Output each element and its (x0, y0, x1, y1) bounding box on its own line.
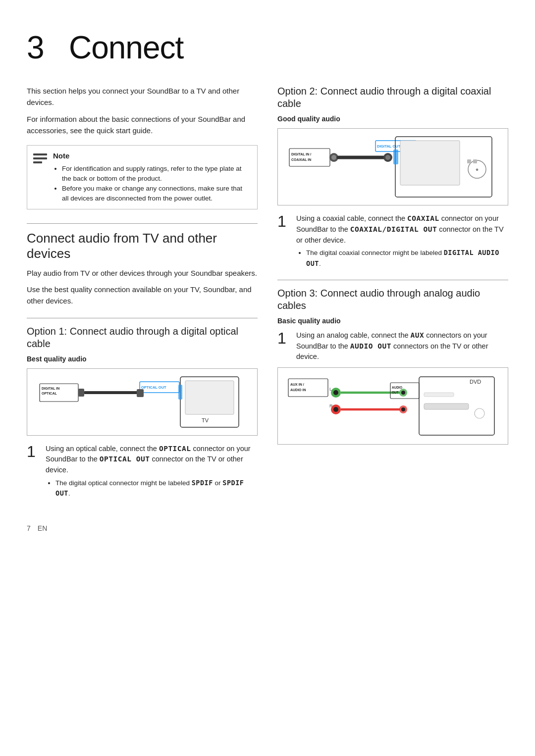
svg-rect-6 (78, 389, 84, 397)
svg-point-54 (475, 408, 484, 418)
section-main-title: Connect audio from TV and other devices (27, 231, 258, 261)
left-column: This section helps you connect your Soun… (27, 85, 258, 504)
option1-step1: 1 Using an optical cable, connect the OP… (27, 444, 258, 499)
svg-rect-13 (185, 381, 234, 414)
svg-rect-32 (288, 379, 328, 397)
option2-step-text: Using a coaxial cable, connect the COAXI… (296, 213, 508, 269)
option3-step1: 1 Using an analog cable, connect the AUX… (277, 330, 508, 362)
opt1-bold2: OPTICAL OUT (100, 455, 150, 463)
option2-step1: 1 Using a coaxial cable, connect the COA… (277, 213, 508, 269)
divider-option1 (27, 318, 258, 318)
opt1-sub-text: The digital optical connector might be l… (55, 479, 192, 487)
note-item-2: Before you make or change any connection… (62, 184, 250, 204)
svg-rect-15 (289, 149, 330, 166)
svg-text:DIGITAL IN /: DIGITAL IN / (291, 152, 311, 156)
option3-title: Option 3: Connect audio through analog a… (277, 287, 508, 312)
opt1-sub-or: or (213, 479, 223, 487)
option1-step-text: Using an optical cable, connect the OPTI… (46, 444, 258, 499)
svg-text:AUDIO: AUDIO (392, 386, 402, 389)
option2-title: Option 2: Connect audio through a digita… (277, 85, 508, 110)
svg-rect-1 (33, 157, 47, 159)
chapter-title: 3 Connect (27, 24, 508, 71)
option2-diagram: DIGITAL IN / COAXIAL IN DIGITAL OUT (277, 128, 508, 205)
opt2-text1: Using a coaxial cable, connect the (296, 214, 407, 222)
intro-para2: For information about the basic connecti… (27, 113, 258, 137)
svg-text:DIGITAL OUT: DIGITAL OUT (377, 144, 401, 149)
option2-step-num: 1 (277, 213, 291, 229)
opt1-text1: Using an optical cable, connect the (46, 445, 159, 453)
svg-rect-14 (178, 385, 182, 400)
option1-step-num: 1 (27, 444, 41, 459)
option1-diagram: DIGITAL IN OPTICAL OPTICAL OUT TV (27, 368, 258, 436)
opt3-text1: Using an analog cable, connect the (296, 331, 411, 339)
option3-step-text: Using an analog cable, connect the AUX c… (296, 330, 508, 362)
opt2-sub-text: The digital coaxial connector might be l… (306, 249, 444, 256)
svg-rect-26 (400, 141, 460, 185)
opt1-sub-bold1: SPDIF (192, 479, 213, 487)
svg-rect-0 (33, 153, 47, 155)
svg-rect-53 (424, 393, 454, 397)
option3-diagram: AUX IN / AUDIO IN L R AUDIO OUT (277, 367, 508, 445)
footer-page-num: 7 (27, 523, 31, 534)
opt1-sub-end: . (68, 490, 70, 497)
note-list: For identification and supply ratings, r… (62, 164, 250, 204)
note-icon (32, 151, 48, 169)
svg-rect-31 (473, 159, 477, 163)
divider-main (27, 223, 258, 224)
svg-text:DIGITAL IN: DIGITAL IN (42, 387, 59, 390)
note-label: Note (53, 151, 250, 162)
svg-text:DVD: DVD (470, 379, 481, 385)
opt1-bold1: OPTICAL (159, 445, 191, 453)
section-main-para1: Play audio from TV or other devices thro… (27, 267, 258, 279)
option3-step-num: 1 (277, 330, 291, 346)
opt1-sub-list: The digital optical connector might be l… (55, 478, 258, 499)
intro-para1: This section helps you connect your Soun… (27, 85, 258, 108)
svg-point-40 (333, 407, 338, 412)
right-column: Option 2: Connect audio through a digita… (277, 85, 508, 453)
svg-rect-10 (137, 389, 144, 397)
svg-text:AUDIO IN: AUDIO IN (290, 388, 306, 392)
svg-point-37 (333, 390, 338, 395)
divider-option3 (277, 280, 508, 280)
page-footer: 7 EN (27, 523, 508, 534)
note-content: Note For identification and supply ratin… (53, 151, 250, 204)
svg-text:TV: TV (202, 417, 209, 423)
option1-quality: Best quality audio (27, 354, 258, 364)
opt1-sub-item1: The digital optical connector might be l… (55, 478, 258, 499)
svg-text:OUT: OUT (392, 391, 399, 394)
svg-text:OPTICAL: OPTICAL (42, 392, 57, 395)
chapter-number: 3 (27, 30, 44, 65)
opt3-bold2: AUDIO OUT (350, 342, 391, 350)
opt3-bold1: AUX (411, 331, 425, 339)
note-box: Note For identification and supply ratin… (27, 145, 258, 209)
svg-point-49 (401, 407, 405, 411)
svg-point-47 (401, 391, 405, 395)
svg-rect-30 (467, 159, 471, 163)
svg-text:COAXIAL IN: COAXIAL IN (291, 158, 311, 161)
footer-lang: EN (38, 523, 47, 534)
section-main-para2: Use the best quality connection availabl… (27, 284, 258, 307)
note-item-1: For identification and supply ratings, r… (62, 164, 250, 184)
option3-quality: Basic quality audio (277, 316, 508, 326)
svg-text:AUX IN /: AUX IN / (290, 383, 304, 386)
opt2-sub-end: . (319, 260, 321, 267)
svg-rect-2 (33, 161, 42, 163)
option2-quality: Good quality audio (277, 114, 508, 124)
svg-rect-27 (393, 150, 398, 164)
svg-rect-52 (424, 403, 469, 409)
svg-rect-7 (84, 391, 139, 394)
option1-title: Option 1: Connect audio through a digita… (27, 325, 258, 350)
opt2-bold2: COAXIAL/DIGITAL OUT (350, 225, 437, 233)
chapter-name: Connect (69, 30, 183, 65)
opt2-sub-list: The digital coaxial connector might be l… (306, 248, 508, 269)
opt2-bold1: COAXIAL (407, 214, 439, 222)
opt2-sub-item1: The digital coaxial connector might be l… (306, 248, 508, 269)
svg-text:●: ● (476, 166, 479, 172)
svg-point-19 (331, 155, 336, 160)
svg-text:OPTICAL OUT: OPTICAL OUT (141, 385, 166, 390)
svg-point-24 (385, 155, 390, 160)
